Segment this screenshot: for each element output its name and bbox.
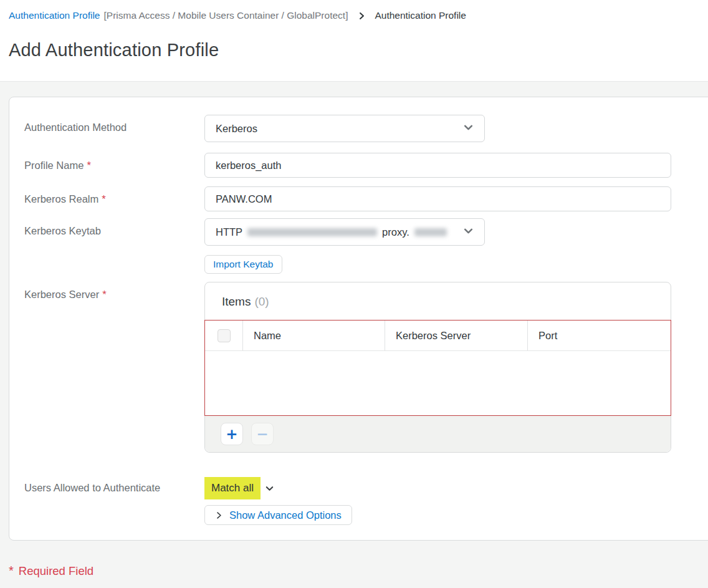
kerberos-keytab-row: Kerberos Keytab HTTP proxy. Import Keyta… <box>24 218 708 282</box>
show-advanced-options-label: Show Advanced Options <box>229 509 342 521</box>
items-table-header: Name Kerberos Server Port <box>205 321 671 351</box>
select-all-checkbox[interactable] <box>218 329 231 342</box>
chevron-down-icon <box>463 122 474 135</box>
column-header-kerberos-server: Kerberos Server <box>385 321 528 350</box>
items-count: (0) <box>254 295 269 308</box>
kerberos-keytab-select[interactable]: HTTP proxy. <box>204 218 485 246</box>
import-keytab-button[interactable]: Import Keytab <box>204 255 282 274</box>
chevron-down-icon <box>463 226 474 239</box>
add-item-button[interactable]: + <box>221 423 243 445</box>
chevron-right-icon <box>215 511 223 519</box>
auth-method-select[interactable]: Kerberos <box>204 115 485 142</box>
redacted-blur <box>247 228 377 236</box>
kerberos-keytab-label: Kerberos Keytab <box>24 218 204 237</box>
users-allowed-value[interactable]: Match all <box>204 477 261 499</box>
required-asterisk: * <box>102 193 105 205</box>
breadcrumb-context: [Prisma Access / Mobile Users Container … <box>103 9 348 22</box>
chevron-right-icon <box>358 12 366 20</box>
auth-profile-form-panel: Authentication Method Kerberos Profile N… <box>9 97 708 541</box>
column-header-port: Port <box>528 321 671 350</box>
users-allowed-label: Users Allowed to Authenticate <box>24 475 204 494</box>
items-header: Items(0) <box>205 282 671 320</box>
breadcrumb-link-authentication-profile[interactable]: Authentication Profile <box>9 9 100 22</box>
auth-method-label: Authentication Method <box>24 115 204 133</box>
redacted-blur <box>414 228 447 236</box>
items-title: Items <box>222 295 251 308</box>
items-table-body-empty <box>205 351 671 415</box>
select-all-cell <box>205 321 243 350</box>
kerberos-realm-input[interactable]: PANW.COM <box>204 186 671 211</box>
breadcrumb-current: Authentication Profile <box>375 9 466 22</box>
profile-name-value: kerberos_auth <box>216 160 282 171</box>
kerberos-realm-label: Kerberos Realm* <box>24 186 204 205</box>
page-header: Authentication Profile [Prisma Access / … <box>0 0 708 82</box>
kerberos-server-items-card: Items(0) Name Kerberos Server Port + <box>204 282 671 453</box>
profile-name-input[interactable]: kerberos_auth <box>204 153 671 178</box>
required-asterisk: * <box>102 289 106 300</box>
column-header-name: Name <box>243 321 385 350</box>
required-asterisk: * <box>9 564 14 578</box>
users-allowed-control: Match all <box>204 475 352 499</box>
content-area: Authentication Method Kerberos Profile N… <box>0 82 708 588</box>
auth-method-value: Kerberos <box>216 123 257 135</box>
page-title: Add Authentication Profile <box>9 40 699 60</box>
kerberos-realm-row: Kerberos Realm* PANW.COM <box>24 186 708 211</box>
users-allowed-row: Users Allowed to Authenticate Match all … <box>24 475 708 525</box>
kerberos-realm-value: PANW.COM <box>216 193 272 205</box>
chevron-down-icon[interactable] <box>265 484 274 493</box>
show-advanced-options-button[interactable]: Show Advanced Options <box>204 505 352 525</box>
required-field-note: * Required Field <box>9 564 708 578</box>
auth-method-row: Authentication Method Kerberos <box>24 115 708 142</box>
items-table: Name Kerberos Server Port <box>204 320 671 416</box>
breadcrumb: Authentication Profile [Prisma Access / … <box>9 9 699 22</box>
kerberos-server-label: Kerberos Server* <box>24 282 204 301</box>
profile-name-row: Profile Name* kerberos_auth <box>24 153 708 178</box>
required-field-text: Required Field <box>19 564 93 578</box>
kerberos-keytab-value: HTTP proxy. <box>216 226 447 238</box>
items-table-footer: + − <box>205 416 671 452</box>
kerberos-server-row: Kerberos Server* Items(0) Name Kerberos … <box>24 282 708 453</box>
profile-name-label: Profile Name* <box>24 153 204 171</box>
remove-item-button[interactable]: − <box>251 423 274 445</box>
required-asterisk: * <box>87 160 90 171</box>
